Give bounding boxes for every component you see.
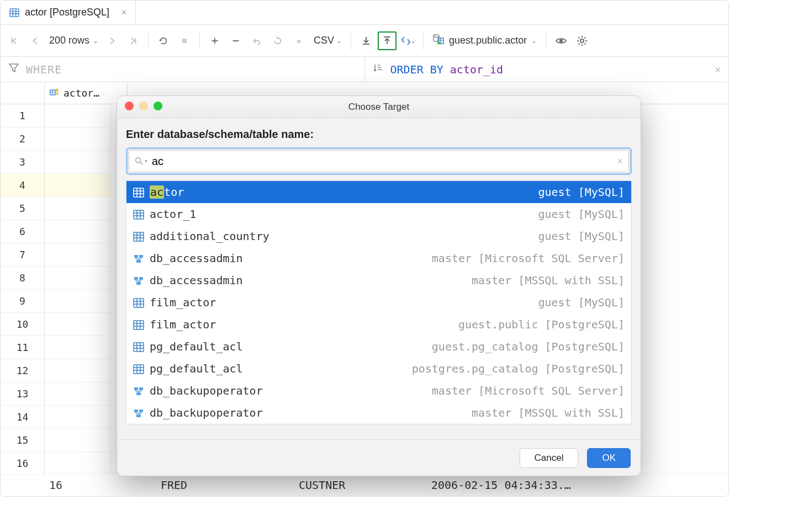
- result-item[interactable]: additional_countryguest [MySQL]: [126, 225, 631, 247]
- prev-page-button[interactable]: [26, 31, 45, 50]
- cell[interactable]: [45, 359, 111, 382]
- separator: [351, 32, 351, 50]
- result-item[interactable]: pg_default_aclguest.pg_catalog [PostgreS…: [126, 336, 631, 358]
- result-item[interactable]: db_accessadminmaster [Microsoft SQL Serv…: [126, 247, 631, 269]
- add-row-button[interactable]: [205, 31, 224, 50]
- result-item[interactable]: film_actorguest.public [PostgreSQL]: [126, 313, 631, 336]
- stop-button[interactable]: [175, 31, 194, 50]
- compare-button[interactable]: ⌄: [399, 31, 417, 50]
- row-number[interactable]: 5: [1, 197, 45, 220]
- cell[interactable]: [45, 220, 111, 243]
- table-icon: [9, 8, 19, 17]
- view-button[interactable]: [552, 31, 570, 50]
- cell[interactable]: [45, 197, 111, 220]
- toolbar: 200 rows ⌄ » CSV ⌄ ⌄ guest.public.actor …: [1, 25, 728, 57]
- schema-path-label: guest.public.actor: [449, 35, 527, 46]
- reload-button[interactable]: [154, 31, 173, 50]
- peek-last: CUSTNER: [299, 478, 431, 492]
- row-number[interactable]: 6: [1, 220, 45, 243]
- tab-close-icon[interactable]: ×: [121, 8, 126, 18]
- cell[interactable]: [45, 336, 111, 359]
- schema-path-dropdown[interactable]: guest.public.actor ⌄: [429, 34, 540, 47]
- sort-icon: [373, 62, 384, 76]
- row-number[interactable]: 9: [1, 290, 45, 313]
- dialog-title: Choose Target: [348, 102, 409, 113]
- result-item[interactable]: film_actorguest [MySQL]: [126, 291, 631, 313]
- rows-count-dropdown[interactable]: 200 rows ⌄: [47, 35, 101, 46]
- tab-title: actor [PostgreSQL]: [25, 7, 109, 18]
- row-number[interactable]: 14: [1, 406, 45, 429]
- row-number[interactable]: 12: [1, 359, 45, 382]
- grid-corner[interactable]: [1, 82, 45, 104]
- cell[interactable]: [45, 243, 111, 267]
- row-number[interactable]: 15: [1, 429, 45, 452]
- row-number[interactable]: 16: [1, 452, 45, 475]
- schema-icon: [133, 275, 144, 285]
- settings-button[interactable]: [573, 31, 591, 50]
- import-button[interactable]: [357, 31, 376, 50]
- cell[interactable]: [45, 382, 111, 406]
- export-button[interactable]: [378, 31, 396, 50]
- row-number[interactable]: 3: [1, 151, 45, 174]
- remove-row-button[interactable]: [226, 31, 245, 50]
- result-item[interactable]: db_accessadminmaster [MSSQL with SSL]: [126, 269, 631, 291]
- window-zoom-button[interactable]: [154, 102, 162, 110]
- cell[interactable]: [45, 174, 111, 197]
- export-format-dropdown[interactable]: CSV ⌄: [310, 35, 345, 46]
- cell[interactable]: [45, 429, 111, 452]
- search-input[interactable]: [152, 155, 612, 168]
- cell[interactable]: [45, 151, 111, 174]
- result-item[interactable]: actor_1guest [MySQL]: [126, 203, 631, 225]
- dialog-prompt: Enter database/schema/table name:: [126, 128, 632, 141]
- result-item[interactable]: db_backupoperatormaster [MSSQL with SSL]: [126, 402, 631, 424]
- row-number[interactable]: 4: [1, 174, 45, 197]
- row-number[interactable]: 10: [1, 313, 45, 336]
- choose-target-dialog: Choose Target Enter database/schema/tabl…: [117, 95, 641, 476]
- last-page-button[interactable]: [124, 31, 142, 50]
- result-item[interactable]: actorguest [MySQL]: [126, 181, 631, 203]
- cell[interactable]: [45, 452, 111, 475]
- ok-button[interactable]: OK: [587, 448, 631, 468]
- dialog-titlebar[interactable]: Choose Target: [117, 96, 641, 118]
- result-item[interactable]: pg_default_aclpostgres.pg_catalog [Postg…: [126, 358, 631, 380]
- window-close-button[interactable]: [125, 102, 134, 110]
- row-number[interactable]: 2: [1, 127, 45, 151]
- row-number[interactable]: 11: [1, 336, 45, 359]
- row-number[interactable]: 7: [1, 243, 45, 267]
- result-item[interactable]: db_backupoperatormaster [Microsoft SQL S…: [126, 380, 631, 402]
- cell[interactable]: [45, 313, 111, 336]
- undo-button[interactable]: [247, 31, 266, 50]
- clear-search-icon[interactable]: ×: [617, 156, 623, 167]
- cell[interactable]: [45, 290, 111, 313]
- cell[interactable]: [45, 127, 111, 151]
- search-field-wrap: ▾ ×: [126, 147, 632, 175]
- order-by-clause-input[interactable]: ORDER BY actor_id ×: [365, 57, 729, 82]
- result-context: master [Microsoft SQL Server]: [432, 384, 625, 397]
- result-name: actor_1: [150, 208, 196, 221]
- row-number[interactable]: 1: [1, 104, 45, 127]
- more-button[interactable]: »: [289, 31, 308, 50]
- peek-upd: 2006-02-15 04:34:33.…: [431, 478, 571, 492]
- cell[interactable]: [45, 104, 111, 127]
- cancel-button[interactable]: Cancel: [520, 448, 579, 468]
- column-header-actor-id[interactable]: actor…: [45, 82, 128, 104]
- order-by-column: actor_id: [450, 63, 503, 76]
- result-context: guest.public [PostgreSQL]: [458, 318, 625, 331]
- tab-actor[interactable]: actor [PostgreSQL] ×: [1, 1, 136, 24]
- where-clause-input[interactable]: WHERE: [1, 57, 365, 82]
- search-icon[interactable]: ▾: [135, 157, 147, 166]
- cell[interactable]: [45, 406, 111, 429]
- peek-id: 16: [45, 478, 161, 492]
- table-icon: [133, 320, 144, 329]
- result-name: film_actor: [150, 318, 216, 331]
- clear-order-icon[interactable]: ×: [715, 63, 721, 75]
- result-name: db_backupoperator: [150, 384, 263, 397]
- tab-bar: actor [PostgreSQL] ×: [1, 1, 728, 25]
- next-page-button[interactable]: [103, 31, 121, 50]
- row-number[interactable]: 8: [1, 267, 45, 290]
- row-number[interactable]: 13: [1, 382, 45, 406]
- first-page-button[interactable]: [5, 31, 24, 50]
- result-context: guest [MySQL]: [538, 208, 625, 221]
- cell[interactable]: [45, 267, 111, 290]
- revert-button[interactable]: [268, 31, 287, 50]
